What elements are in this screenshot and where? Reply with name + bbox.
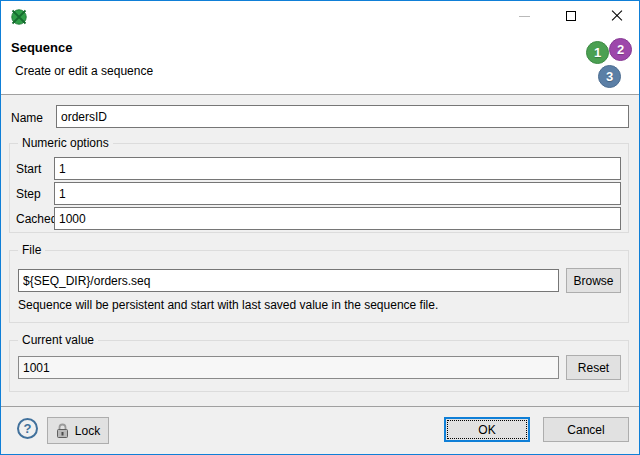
file-group-title: File bbox=[18, 243, 45, 257]
name-input[interactable] bbox=[56, 105, 629, 128]
close-button[interactable] bbox=[594, 1, 639, 31]
persistence-note: Sequence will be persistent and start wi… bbox=[18, 298, 438, 312]
reset-button[interactable]: Reset bbox=[566, 355, 621, 380]
maximize-button[interactable] bbox=[548, 1, 593, 31]
title-bar bbox=[1, 1, 639, 31]
step-badge-3: 3 bbox=[598, 65, 621, 88]
sequence-dialog: Sequence Create or edit a sequence 1 2 3… bbox=[0, 0, 640, 455]
help-button[interactable]: ? bbox=[17, 418, 38, 439]
cancel-button[interactable]: Cancel bbox=[543, 417, 629, 442]
maximize-icon bbox=[566, 11, 576, 21]
ok-button[interactable]: OK bbox=[444, 417, 530, 442]
page-title: Sequence bbox=[11, 40, 72, 55]
dialog-header: Sequence Create or edit a sequence 1 2 3 bbox=[1, 31, 639, 94]
page-subtitle: Create or edit a sequence bbox=[15, 64, 153, 78]
lock-button-label: Lock bbox=[75, 424, 100, 438]
step-input[interactable] bbox=[54, 182, 621, 205]
file-path-input[interactable] bbox=[18, 269, 559, 292]
lock-button[interactable]: Lock bbox=[47, 417, 109, 444]
header-separator bbox=[1, 94, 639, 95]
numeric-options-title: Numeric options bbox=[18, 136, 113, 150]
padlock-icon bbox=[56, 423, 69, 438]
current-value-title: Current value bbox=[18, 333, 98, 347]
cached-input[interactable] bbox=[54, 207, 621, 230]
step-badge-1: 1 bbox=[586, 41, 609, 64]
step-label: Step bbox=[16, 187, 41, 201]
current-value-input bbox=[18, 356, 559, 379]
clover-sequence-icon bbox=[11, 9, 27, 25]
name-label: Name bbox=[11, 111, 43, 125]
minimize-icon bbox=[519, 16, 530, 17]
footer-separator bbox=[1, 406, 639, 407]
start-label: Start bbox=[16, 162, 41, 176]
start-input[interactable] bbox=[54, 157, 621, 180]
step-badge-2: 2 bbox=[609, 38, 632, 61]
cached-label: Cached bbox=[16, 212, 57, 226]
close-icon bbox=[611, 10, 623, 22]
minimize-button[interactable] bbox=[502, 1, 547, 31]
browse-button[interactable]: Browse bbox=[566, 268, 621, 293]
